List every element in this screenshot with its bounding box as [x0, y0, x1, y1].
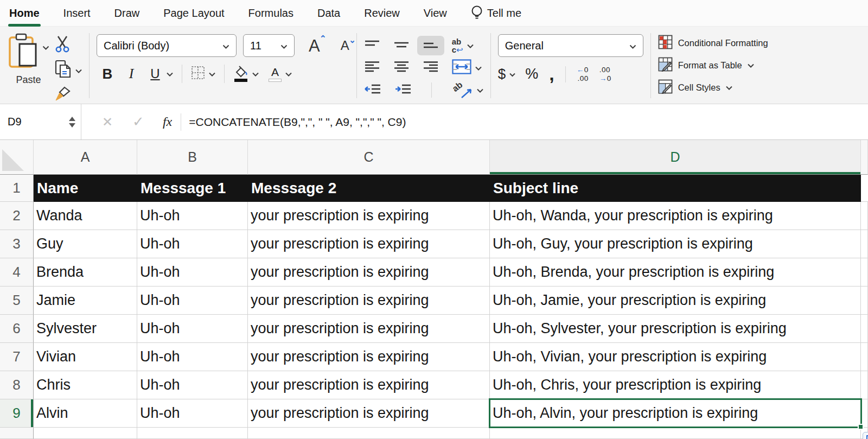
decrease-font-size-button[interactable]: A⌄	[341, 39, 349, 52]
tab-page-layout[interactable]: Page Layout	[163, 7, 224, 20]
cell-a9[interactable]: Alvin	[34, 399, 137, 428]
cell-b1[interactable]: Messsage 1	[137, 175, 248, 202]
comma-format-button[interactable]: ,	[549, 71, 554, 78]
cell-b3[interactable]: Uh-oh	[137, 230, 248, 258]
copy-button[interactable]	[55, 60, 82, 81]
cell-e7-partial[interactable]	[861, 343, 868, 371]
tab-review[interactable]: Review	[364, 7, 400, 20]
name-box[interactable]: D9	[0, 104, 81, 139]
cell-a1[interactable]: Name	[34, 175, 137, 202]
cell-e8-partial[interactable]	[861, 371, 868, 399]
currency-format-button[interactable]: $	[498, 66, 515, 82]
cell-a7[interactable]: Vivian	[34, 343, 137, 371]
cell-d2[interactable]: Uh-oh, Wanda, your prescription is expir…	[490, 202, 861, 230]
font-size-select[interactable]: 11	[243, 34, 295, 57]
cell-c2[interactable]: your prescription is expiring	[248, 202, 490, 230]
cell-c10-partial[interactable]	[248, 428, 490, 439]
cell-e4-partial[interactable]	[861, 258, 868, 287]
cell-d5[interactable]: Uh-oh, Jamie, your prescription is expir…	[490, 287, 861, 315]
cell-a8[interactable]: Chris	[34, 371, 137, 399]
cell-d3[interactable]: Uh-oh, Guy, your prescription is expirin…	[490, 230, 861, 258]
paste-dropdown-chevron[interactable]	[42, 43, 49, 53]
cell-a6[interactable]: Sylvester	[34, 315, 137, 343]
row-header-8[interactable]: 8	[0, 371, 34, 399]
cell-a5[interactable]: Jamie	[34, 287, 137, 315]
cell-c7[interactable]: your prescription is expiring	[248, 343, 490, 371]
fill-color-button[interactable]	[233, 66, 259, 82]
cell-d9-selected[interactable]: Uh-oh, Alvin, your prescription is expir…	[490, 399, 861, 428]
column-header-a[interactable]: A	[34, 140, 137, 175]
insert-function-icon[interactable]: fx	[163, 114, 172, 129]
align-bottom-button[interactable]	[417, 36, 444, 55]
font-color-button[interactable]: A	[269, 66, 292, 82]
fill-options-button[interactable]	[863, 432, 868, 439]
format-as-table-button[interactable]: Format as Table	[658, 56, 768, 74]
increase-indent-button[interactable]	[394, 84, 412, 97]
tell-me-button[interactable]: Tell me	[471, 5, 521, 21]
italic-button[interactable]: I	[120, 66, 142, 82]
cell-b5[interactable]: Uh-oh	[137, 287, 248, 315]
underline-button[interactable]: U	[148, 66, 173, 81]
cell-b2[interactable]: Uh-oh	[137, 202, 248, 230]
row-header-6[interactable]: 6	[0, 315, 34, 343]
align-right-button[interactable]	[423, 61, 439, 75]
number-format-select[interactable]: General	[498, 34, 643, 57]
column-header-b[interactable]: B	[137, 140, 248, 175]
format-painter-button[interactable]	[55, 86, 82, 105]
align-left-button[interactable]	[364, 61, 380, 75]
name-box-spinner[interactable]	[69, 117, 75, 128]
cancel-icon[interactable]: ✕	[102, 114, 113, 130]
row-header-4[interactable]: 4	[0, 258, 34, 287]
borders-button[interactable]	[191, 66, 215, 82]
paste-button[interactable]: Paste	[8, 33, 49, 101]
cell-b4[interactable]: Uh-oh	[137, 258, 248, 287]
cell-d10-partial[interactable]	[490, 428, 861, 439]
cell-e3-partial[interactable]	[861, 230, 868, 258]
cell-a4[interactable]: Brenda	[34, 258, 137, 287]
formula-input[interactable]: =CONCATENATE(B9,",", " ", A9, ","," ", C…	[189, 116, 406, 129]
tab-home[interactable]: Home	[9, 7, 40, 20]
tab-draw[interactable]: Draw	[114, 7, 140, 20]
select-all-corner[interactable]	[0, 140, 34, 175]
row-header-3[interactable]: 3	[0, 230, 34, 258]
row-header-2[interactable]: 2	[0, 202, 34, 230]
cell-e5-partial[interactable]	[861, 287, 868, 315]
font-family-select[interactable]: Calibri (Body)	[97, 34, 237, 57]
cell-e6-partial[interactable]	[861, 315, 868, 343]
row-header-1[interactable]: 1	[0, 175, 34, 202]
cell-d1[interactable]: Subject line	[490, 175, 861, 202]
cell-b7[interactable]: Uh-oh	[137, 343, 248, 371]
cell-b8[interactable]: Uh-oh	[137, 371, 248, 399]
merge-center-button[interactable]	[452, 59, 482, 77]
row-header-7[interactable]: 7	[0, 343, 34, 371]
align-middle-button[interactable]	[393, 40, 410, 52]
cell-a2[interactable]: Wanda	[34, 202, 137, 230]
percent-format-button[interactable]: %	[525, 66, 538, 82]
bold-button[interactable]: B	[97, 66, 118, 82]
conditional-formatting-button[interactable]: Conditional Formatting	[658, 34, 768, 52]
cell-e1-partial[interactable]	[861, 175, 868, 202]
cell-c6[interactable]: your prescription is expiring	[248, 315, 490, 343]
tab-data[interactable]: Data	[317, 7, 340, 20]
column-header-c[interactable]: C	[248, 140, 490, 175]
row-header-10-partial[interactable]	[0, 428, 34, 439]
column-header-d[interactable]: D	[490, 140, 861, 175]
cell-a3[interactable]: Guy	[34, 230, 137, 258]
cell-styles-button[interactable]: Cell Styles	[658, 79, 768, 96]
cell-d8[interactable]: Uh-oh, Chris, your prescription is expir…	[490, 371, 861, 399]
decrease-decimal-button[interactable]: ←0 .00	[577, 66, 589, 82]
cut-button[interactable]	[55, 35, 82, 55]
cell-c4[interactable]: your prescription is expiring	[248, 258, 490, 287]
decrease-indent-button[interactable]	[364, 84, 381, 97]
align-top-button[interactable]	[364, 40, 380, 52]
tab-insert[interactable]: Insert	[63, 7, 91, 20]
cell-c5[interactable]: your prescription is expiring	[248, 287, 490, 315]
wrap-text-button[interactable]: ab c↩	[452, 37, 474, 54]
cell-c3[interactable]: your prescription is expiring	[248, 230, 490, 258]
align-center-button[interactable]	[393, 61, 410, 75]
tab-view[interactable]: View	[424, 7, 447, 20]
orientation-button[interactable]: ab	[451, 82, 483, 98]
cell-c9[interactable]: your prescription is expiring	[248, 399, 490, 428]
column-header-e-partial[interactable]	[861, 140, 868, 175]
cell-e2-partial[interactable]	[861, 202, 868, 230]
